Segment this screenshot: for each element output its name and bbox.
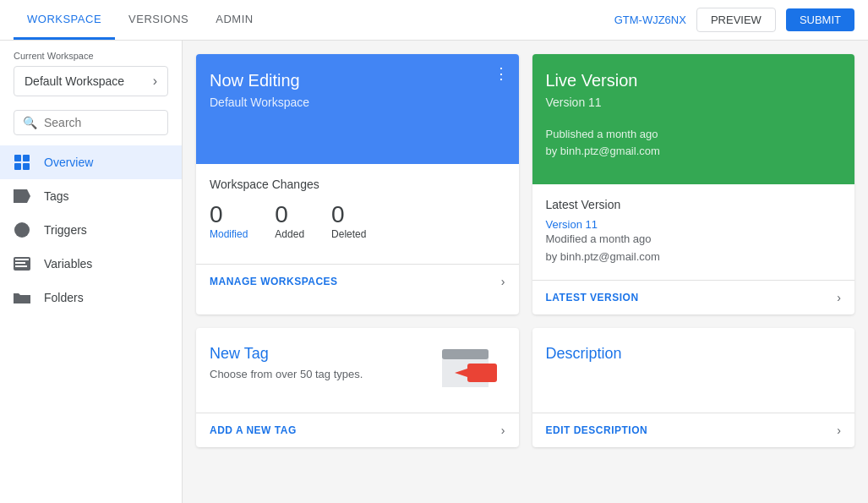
svg-rect-3 [23,163,30,170]
sidebar-item-overview[interactable]: Overview [0,145,182,179]
sidebar-item-triggers[interactable]: Triggers [0,213,182,247]
new-tag-title: New Tag [210,345,363,363]
workspace-changes-title: Workspace Changes [210,178,505,191]
description-body: Description [532,328,855,413]
stat-modified: 0 Modified [210,201,248,240]
live-version-subtitle: Version 11 [546,96,842,109]
svg-rect-9 [15,265,27,267]
description-card: Description EDIT DESCRIPTION › [532,328,855,447]
variables-icon [14,255,30,272]
tab-workspace[interactable]: WORKSPACE [14,0,115,40]
sidebar: Current Workspace Default Workspace › 🔍 … [0,41,183,503]
sidebar-item-label: Variables [44,257,92,271]
sidebar-item-folders[interactable]: Folders [0,281,182,314]
live-version-published: Published a month ago by binh.ptz@gmail.… [546,126,842,159]
new-tag-card: New Tag Choose from over 50 tag types. [196,328,519,447]
add-new-tag-footer[interactable]: ADD A NEW TAG › [196,413,519,447]
svg-rect-13 [467,364,497,382]
chevron-right-icon: › [501,275,505,288]
version-link[interactable]: Version 11 [546,218,842,231]
stat-added-number: 0 [275,201,304,228]
search-input[interactable] [44,116,159,129]
stat-deleted: 0 Deleted [331,201,366,240]
svg-rect-8 [15,262,25,264]
folders-icon [14,289,30,306]
stat-deleted-label: Deleted [331,228,366,240]
latest-version-footer[interactable]: LATEST VERSION › [532,280,855,314]
workspace-selector: Current Workspace Default Workspace › [0,41,182,103]
tab-admin[interactable]: ADMIN [202,0,266,40]
chevron-right-icon: › [501,424,505,437]
now-editing-header: Now Editing Default Workspace ⋮ [196,54,519,164]
manage-workspaces-footer[interactable]: MANAGE WORKSPACES › [196,264,519,298]
chevron-right-icon: › [837,291,841,304]
svg-rect-0 [14,155,21,161]
edit-description-footer[interactable]: EDIT DESCRIPTION › [532,413,855,447]
stat-modified-number: 0 [210,201,248,228]
svg-rect-1 [23,155,30,161]
svg-rect-11 [442,349,489,359]
svg-marker-4 [14,189,30,203]
latest-version-label: LATEST VERSION [546,292,639,303]
top-nav-right: GTM-WJZ6NX PREVIEW SUBMIT [614,8,854,32]
new-tag-body: New Tag Choose from over 50 tag types. [196,328,519,413]
preview-button[interactable]: PREVIEW [696,8,776,32]
live-version-card: Live Version Version 11 Published a mont… [532,54,855,314]
modified-by: by binh.ptz@gmail.com [546,249,842,266]
submit-button[interactable]: SUBMIT [786,8,854,31]
now-editing-subtitle: Default Workspace [210,96,505,109]
more-options-icon[interactable]: ⋮ [494,64,509,83]
stat-deleted-number: 0 [331,201,366,228]
gtm-id[interactable]: GTM-WJZ6NX [614,14,686,26]
now-editing-title: Now Editing [210,71,505,90]
workspace-name: Default Workspace [25,74,124,88]
overview-icon [14,154,30,171]
sidebar-item-label: Tags [44,189,69,203]
tab-versions[interactable]: VERSIONS [115,0,202,40]
stat-added: 0 Added [275,201,304,240]
top-navigation: WORKSPACE VERSIONS ADMIN GTM-WJZ6NX PREV… [0,0,868,41]
svg-rect-2 [14,163,21,170]
content-area: Now Editing Default Workspace ⋮ Workspac… [183,41,868,503]
triggers-icon [14,221,30,238]
tags-icon [14,188,30,205]
search-icon: 🔍 [23,116,37,129]
stat-added-label: Added [275,228,304,240]
sidebar-item-label: Overview [44,156,93,169]
svg-rect-7 [15,259,29,260]
search-box[interactable]: 🔍 [14,110,168,135]
workspace-label: Current Workspace [14,51,168,61]
workspace-button[interactable]: Default Workspace › [14,66,168,96]
published-by: by binh.ptz@gmail.com [546,143,842,160]
sidebar-item-variables[interactable]: Variables [0,247,182,281]
chevron-right-icon: › [153,74,157,89]
now-editing-card: Now Editing Default Workspace ⋮ Workspac… [196,54,519,314]
edit-description-label: EDIT DESCRIPTION [546,424,648,436]
manage-workspaces-label: MANAGE WORKSPACES [210,276,338,287]
new-tag-description: Choose from over 50 tag types. [210,368,363,380]
latest-version-title: Latest Version [546,198,842,211]
modified-text: Modified a month ago [546,231,842,249]
sidebar-item-label: Folders [44,291,84,304]
new-tag-text: New Tag Choose from over 50 tag types. [210,345,363,380]
nav-tabs: WORKSPACE VERSIONS ADMIN [14,0,267,40]
live-version-title: Live Version [546,71,842,90]
main-layout: Current Workspace Default Workspace › 🔍 … [0,41,868,503]
live-version-header: Live Version Version 11 Published a mont… [532,54,855,184]
chevron-right-icon: › [837,424,841,437]
workspace-changes: Workspace Changes 0 Modified 0 Added 0 D… [196,164,519,264]
sidebar-item-tags[interactable]: Tags [0,179,182,213]
description-title: Description [546,345,842,363]
new-tag-icon [438,345,505,396]
latest-version-section: Latest Version Version 11 Modified a mon… [532,184,855,280]
sidebar-item-label: Triggers [44,223,87,237]
add-new-tag-label: ADD A NEW TAG [210,424,297,436]
changes-stats: 0 Modified 0 Added 0 Deleted [210,201,505,240]
version-meta: Modified a month ago by binh.ptz@gmail.c… [546,231,842,266]
sidebar-nav: Overview Tags Triggers Variables [0,145,182,503]
published-text: Published a month ago [546,126,842,143]
svg-point-5 [14,222,30,238]
stat-modified-label: Modified [210,228,248,240]
